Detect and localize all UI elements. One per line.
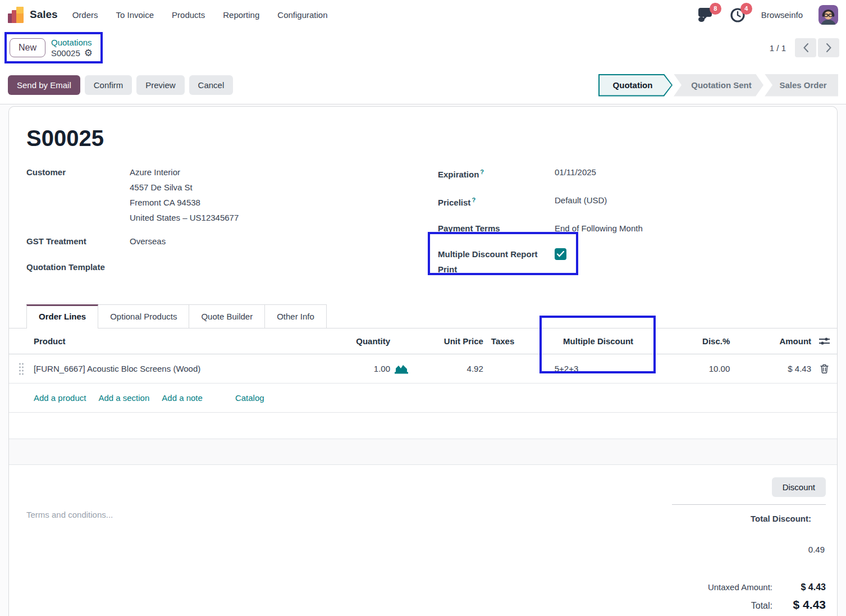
cell-quantity[interactable]: 1.00 xyxy=(258,364,390,373)
tab-order-lines[interactable]: Order Lines xyxy=(26,304,98,328)
col-disc-percent[interactable]: Disc.% xyxy=(657,336,730,346)
quotation-template-label: Quotation Template xyxy=(26,259,130,275)
untaxed-amount-value: $ 4.43 xyxy=(772,582,826,592)
trash-icon xyxy=(820,364,829,373)
status-quotation[interactable]: Quotation xyxy=(598,74,673,97)
gst-treatment-value[interactable]: Overseas xyxy=(130,234,166,249)
breadcrumb-quotations[interactable]: Quotations xyxy=(51,37,93,48)
drag-handle[interactable] xyxy=(9,362,34,376)
payment-terms-value[interactable]: End of Following Month xyxy=(555,221,643,236)
col-product[interactable]: Product xyxy=(34,336,258,346)
untaxed-amount-label: Untaxed Amount: xyxy=(708,582,772,592)
check-icon xyxy=(557,251,564,257)
confirm-button[interactable]: Confirm xyxy=(85,75,132,95)
help-icon: ? xyxy=(472,197,475,203)
activities-button[interactable]: 4 xyxy=(730,7,746,22)
menu-products[interactable]: Products xyxy=(172,10,205,20)
field-expiration: Expiration? 01/11/2025 xyxy=(438,165,820,182)
order-lines-header: Product Quantity Unit Price Taxes Multip… xyxy=(9,328,837,354)
empty-row xyxy=(9,413,837,439)
add-product-link[interactable]: Add a product xyxy=(34,393,86,403)
catalog-link[interactable]: Catalog xyxy=(235,393,264,403)
user-avatar[interactable] xyxy=(818,5,838,25)
optional-columns-button[interactable] xyxy=(811,337,837,345)
customer-value[interactable]: Azure Interior 4557 De Silva St Fremont … xyxy=(130,165,239,225)
pager-next-button[interactable] xyxy=(818,38,839,57)
breadcrumb: Quotations S00025 ⚙ xyxy=(51,37,93,58)
tab-other-info[interactable]: Other Info xyxy=(265,304,327,328)
field-quotation-template: Quotation Template xyxy=(26,259,438,275)
sliders-icon xyxy=(819,337,830,345)
menu-to-invoice[interactable]: To Invoice xyxy=(116,10,154,20)
order-line-links: Add a product Add a section Add a note C… xyxy=(9,384,837,413)
chevron-left-icon xyxy=(803,43,809,53)
breadcrumb-highlight-box: New Quotations S00025 ⚙ xyxy=(4,32,103,63)
cell-multiple-discount[interactable]: 5+2+3 xyxy=(539,364,657,373)
app-name: Sales xyxy=(30,8,58,21)
add-section-link[interactable]: Add a section xyxy=(98,393,149,403)
send-by-email-button[interactable]: Send by Email xyxy=(8,75,80,95)
total-discount-value: 0.49 xyxy=(672,545,826,554)
terms-and-conditions-input[interactable]: Terms and conditions... xyxy=(26,477,672,612)
field-multiple-discount-report-print: Multiple Discount Report Print xyxy=(438,247,820,277)
discount-button[interactable]: Discount xyxy=(772,477,826,497)
menu-orders[interactable]: Orders xyxy=(72,10,98,20)
pricelist-value[interactable]: Default (USD) xyxy=(555,193,607,210)
app-brand[interactable]: Sales xyxy=(8,6,58,24)
messages-badge: 8 xyxy=(710,3,721,15)
add-note-link[interactable]: Add a note xyxy=(162,393,203,403)
col-unit-price[interactable]: Unit Price xyxy=(410,336,483,346)
messages-button[interactable]: 8 xyxy=(698,7,715,22)
status-sales-order[interactable]: Sales Order xyxy=(765,74,838,97)
navbar-right: 8 4 Browseinfo xyxy=(698,5,839,25)
payment-terms-label: Payment Terms xyxy=(438,221,555,236)
sheet-footer: Terms and conditions... Discount Total D… xyxy=(9,465,837,612)
expiration-label: Expiration? xyxy=(438,165,555,182)
field-gst-treatment: GST Treatment Overseas xyxy=(26,234,438,249)
customer-street: 4557 De Silva St xyxy=(130,180,239,195)
order-line-row[interactable]: [FURN_6667] Acoustic Bloc Screens (Wood)… xyxy=(9,354,837,384)
user-name[interactable]: Browseinfo xyxy=(761,10,803,20)
totals-panel: Discount Total Discount: 0.49 Untaxed Am… xyxy=(672,477,826,612)
total-row: Total: $ 4.43 xyxy=(672,598,826,612)
col-amount[interactable]: Amount xyxy=(730,336,811,346)
new-button[interactable]: New xyxy=(10,38,45,57)
main-menu: Orders To Invoice Products Reporting Con… xyxy=(72,10,328,20)
total-discount-label: Total Discount: xyxy=(672,514,826,523)
col-quantity[interactable]: Quantity xyxy=(258,336,390,346)
status-quotation-sent[interactable]: Quotation Sent xyxy=(674,74,763,97)
cell-amount: $ 4.43 xyxy=(730,364,811,373)
cell-product[interactable]: [FURN_6667] Acoustic Bloc Screens (Wood) xyxy=(34,364,258,373)
action-bar: Send by Email Confirm Preview Cancel Quo… xyxy=(0,66,846,104)
total-value: $ 4.43 xyxy=(772,598,826,612)
form-sheet: S00025 Customer Azure Interior 4557 De S… xyxy=(8,106,838,616)
customer-name[interactable]: Azure Interior xyxy=(130,165,239,180)
pager-previous-button[interactable] xyxy=(795,38,816,57)
cell-unit-price[interactable]: 4.92 xyxy=(410,364,483,373)
menu-reporting[interactable]: Reporting xyxy=(223,10,259,20)
tab-optional-products[interactable]: Optional Products xyxy=(98,304,189,328)
menu-configuration[interactable]: Configuration xyxy=(277,10,327,20)
cancel-button[interactable]: Cancel xyxy=(189,75,234,95)
gear-icon[interactable]: ⚙ xyxy=(84,49,93,57)
drag-handle-icon xyxy=(19,362,24,376)
total-label: Total: xyxy=(751,601,772,611)
tab-quote-builder[interactable]: Quote Builder xyxy=(189,304,265,328)
col-taxes[interactable]: Taxes xyxy=(483,336,539,346)
multiple-discount-report-print-label: Multiple Discount Report Print xyxy=(438,247,555,277)
chevron-right-icon xyxy=(826,43,832,53)
delete-row-button[interactable] xyxy=(811,364,837,373)
customer-country: United States – US12345677 xyxy=(130,210,239,225)
field-pricelist: Pricelist? Default (USD) xyxy=(438,193,820,210)
record-name: S00025 xyxy=(51,48,80,58)
page-title: S00025 xyxy=(26,125,820,152)
preview-button[interactable]: Preview xyxy=(136,75,184,95)
forecast-widget[interactable] xyxy=(390,364,410,374)
col-multiple-discount[interactable]: Multiple Discount xyxy=(539,336,657,346)
cell-disc-percent[interactable]: 10.00 xyxy=(657,364,730,373)
expiration-value[interactable]: 01/11/2025 xyxy=(555,165,596,182)
status-pipeline: Quotation Quotation Sent Sales Order xyxy=(598,74,838,97)
multiple-discount-report-print-checkbox[interactable] xyxy=(555,248,566,260)
customer-city: Fremont CA 94538 xyxy=(130,195,239,210)
field-payment-terms: Payment Terms End of Following Month xyxy=(438,221,820,236)
